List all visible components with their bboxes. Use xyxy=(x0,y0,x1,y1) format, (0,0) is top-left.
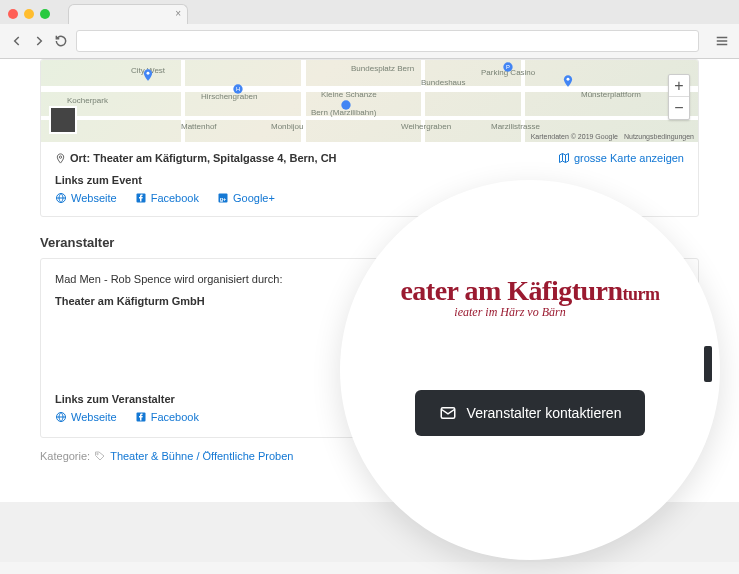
reload-button[interactable] xyxy=(54,34,68,48)
category-label: Kategorie: xyxy=(40,450,90,462)
map-label: Marzilistrasse xyxy=(491,122,540,131)
logo-line1a: eater am Käfigturn xyxy=(400,275,622,306)
tab-bar: × xyxy=(0,0,739,24)
map-data-label: Kartendaten © 2019 Google xyxy=(531,133,618,140)
map-satellite-toggle[interactable] xyxy=(49,106,77,134)
googleplus-link[interactable]: g+ Google+ xyxy=(217,192,275,204)
nav-bar xyxy=(0,24,739,58)
map-pin-icon xyxy=(339,98,353,112)
location-prefix: Ort: xyxy=(70,152,90,164)
facebook-link[interactable]: Facebook xyxy=(135,192,199,204)
svg-point-3 xyxy=(341,100,350,109)
logo-line1b: turm xyxy=(623,284,660,304)
svg-text:g+: g+ xyxy=(220,196,227,202)
maximize-window-button[interactable] xyxy=(40,9,50,19)
map-terms-link[interactable]: Nutzungsbedingungen xyxy=(624,133,694,140)
browser-chrome: × xyxy=(0,0,739,59)
contact-button-label: Veranstalter kontaktieren xyxy=(467,405,622,421)
location-row: Ort: Theater am Käfigturm, Spitalgasse 4… xyxy=(55,152,337,164)
large-map-label: grosse Karte anzeigen xyxy=(574,152,684,164)
forward-button[interactable] xyxy=(32,34,46,48)
category-link[interactable]: Theater & Bühne / Öffentliche Proben xyxy=(110,450,293,462)
map-label: Monbijou xyxy=(271,122,303,131)
facebook-icon xyxy=(135,192,147,204)
map-label: Münsterplattform xyxy=(581,90,641,99)
googleplus-label: Google+ xyxy=(233,192,275,204)
org-facebook-link[interactable]: Facebook xyxy=(135,411,199,423)
org-website-link[interactable]: Webseite xyxy=(55,411,117,423)
menu-button[interactable] xyxy=(715,34,729,48)
map-pin-icon: P xyxy=(501,60,515,74)
map-pin-icon: H xyxy=(231,82,245,96)
close-window-button[interactable] xyxy=(8,9,18,19)
googleplus-icon: g+ xyxy=(217,192,229,204)
map-attribution: Kartendaten © 2019 Google Nutzungsbeding… xyxy=(531,133,694,140)
map-icon xyxy=(558,152,570,164)
map-label: Bundesplatz Bern xyxy=(351,64,414,73)
organizer-links-heading: Links zum Veranstalter xyxy=(55,393,199,405)
tab-close-icon[interactable]: × xyxy=(175,8,181,19)
svg-text:H: H xyxy=(236,86,240,92)
map-pin-icon xyxy=(561,74,575,88)
map-zoom-out-button[interactable]: − xyxy=(669,97,689,119)
organizer-logo-large: eater am Käfigturnturm ieater im Härz vo… xyxy=(400,275,659,320)
map-label: Mattenhof xyxy=(181,122,217,131)
svg-point-7 xyxy=(59,155,61,157)
map-zoom-controls: + − xyxy=(668,74,690,120)
svg-point-0 xyxy=(147,72,150,75)
mail-icon xyxy=(439,404,457,422)
website-label: Webseite xyxy=(71,411,117,423)
url-bar[interactable] xyxy=(76,30,699,52)
location-address: Theater am Käfigturm, Spitalgasse 4, Ber… xyxy=(93,152,336,164)
event-links-heading: Links zum Event xyxy=(55,174,684,186)
svg-point-15 xyxy=(97,453,99,455)
large-map-link[interactable]: grosse Karte anzeigen xyxy=(558,152,684,164)
edge-decoration xyxy=(704,346,712,382)
facebook-label: Facebook xyxy=(151,411,199,423)
map-label: Kocherpark xyxy=(67,96,108,105)
browser-tab[interactable]: × xyxy=(68,4,188,24)
pin-icon xyxy=(55,153,66,164)
contact-organizer-button[interactable]: Veranstalter kontaktieren xyxy=(415,390,646,436)
globe-icon xyxy=(55,411,67,423)
map-label: Hirschengraben xyxy=(201,92,257,101)
svg-text:P: P xyxy=(506,64,510,70)
website-label: Webseite xyxy=(71,192,117,204)
back-button[interactable] xyxy=(10,34,24,48)
organizer-links: Webseite Facebook xyxy=(55,411,199,423)
minimize-window-button[interactable] xyxy=(24,9,34,19)
globe-icon xyxy=(55,192,67,204)
tag-icon xyxy=(94,450,106,462)
window-controls xyxy=(8,9,50,19)
facebook-label: Facebook xyxy=(151,192,199,204)
map[interactable]: Kocherpark City West Hirschengraben Matt… xyxy=(41,60,698,142)
map-label: Bundeshaus xyxy=(421,78,465,87)
svg-point-6 xyxy=(567,78,570,81)
website-link[interactable]: Webseite xyxy=(55,192,117,204)
map-label: Weihergraben xyxy=(401,122,451,131)
magnified-overlay: eater am Käfigturnturm ieater im Härz vo… xyxy=(340,180,720,560)
map-zoom-in-button[interactable]: + xyxy=(669,75,689,97)
map-pin-icon xyxy=(141,68,155,82)
logo-line2: ieater im Härz vo Bärn xyxy=(360,305,659,320)
facebook-icon xyxy=(135,411,147,423)
